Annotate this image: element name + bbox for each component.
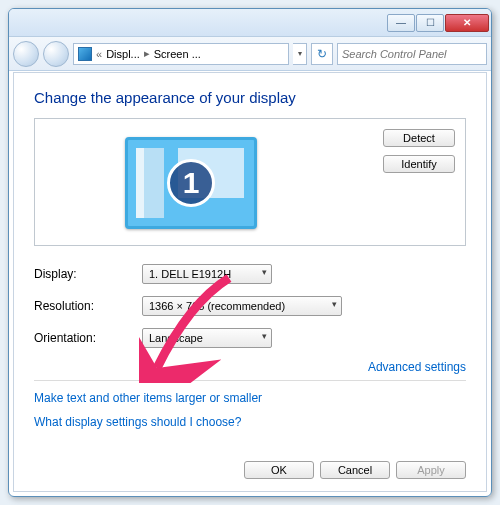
monitor-thumbnail[interactable]: 1: [125, 137, 257, 229]
close-button[interactable]: ✕: [445, 14, 489, 32]
divider: [34, 380, 466, 381]
display-value: 1. DELL E1912H: [149, 268, 231, 280]
advanced-settings-link[interactable]: Advanced settings: [368, 360, 466, 374]
refresh-button[interactable]: ↻: [311, 43, 333, 65]
identify-button[interactable]: Identify: [383, 155, 455, 173]
breadcrumb-seg-screen[interactable]: Screen ...: [154, 48, 201, 60]
orientation-combobox[interactable]: Landscape: [142, 328, 272, 348]
monitor-preview-area: 1 Detect Identify: [34, 118, 466, 246]
ok-button[interactable]: OK: [244, 461, 314, 479]
control-panel-icon: [78, 47, 92, 61]
apply-button[interactable]: Apply: [396, 461, 466, 479]
text-size-link[interactable]: Make text and other items larger or smal…: [34, 391, 262, 405]
help-link[interactable]: What display settings should I choose?: [34, 415, 241, 429]
orientation-value: Landscape: [149, 332, 203, 344]
forward-button[interactable]: [43, 41, 69, 67]
titlebar: — ☐ ✕: [9, 9, 491, 37]
page-title: Change the appearance of your display: [34, 89, 466, 106]
minimize-button[interactable]: —: [387, 14, 415, 32]
maximize-button[interactable]: ☐: [416, 14, 444, 32]
chevron-right-icon: ▸: [142, 47, 152, 60]
detect-button[interactable]: Detect: [383, 129, 455, 147]
window: — ☐ ✕ « Displ... ▸ Screen ... ▾ ↻ Change…: [8, 8, 492, 497]
breadcrumb[interactable]: « Displ... ▸ Screen ...: [73, 43, 289, 65]
chevron-left-icon: «: [94, 48, 104, 60]
resolution-label: Resolution:: [34, 299, 142, 313]
search-input[interactable]: [337, 43, 487, 65]
monitor-number-badge: 1: [167, 159, 215, 207]
resolution-combobox[interactable]: 1366 × 768 (recommended): [142, 296, 342, 316]
display-label: Display:: [34, 267, 142, 281]
navbar: « Displ... ▸ Screen ... ▾ ↻: [9, 37, 491, 71]
breadcrumb-history-dropdown[interactable]: ▾: [293, 43, 307, 65]
orientation-label: Orientation:: [34, 331, 142, 345]
cancel-button[interactable]: Cancel: [320, 461, 390, 479]
dialog-buttons: OK Cancel Apply: [244, 461, 466, 479]
resolution-value: 1366 × 768 (recommended): [149, 300, 285, 312]
breadcrumb-seg-display[interactable]: Displ...: [106, 48, 140, 60]
content-pane: Change the appearance of your display 1 …: [13, 72, 487, 492]
back-button[interactable]: [13, 41, 39, 67]
display-combobox[interactable]: 1. DELL E1912H: [142, 264, 272, 284]
